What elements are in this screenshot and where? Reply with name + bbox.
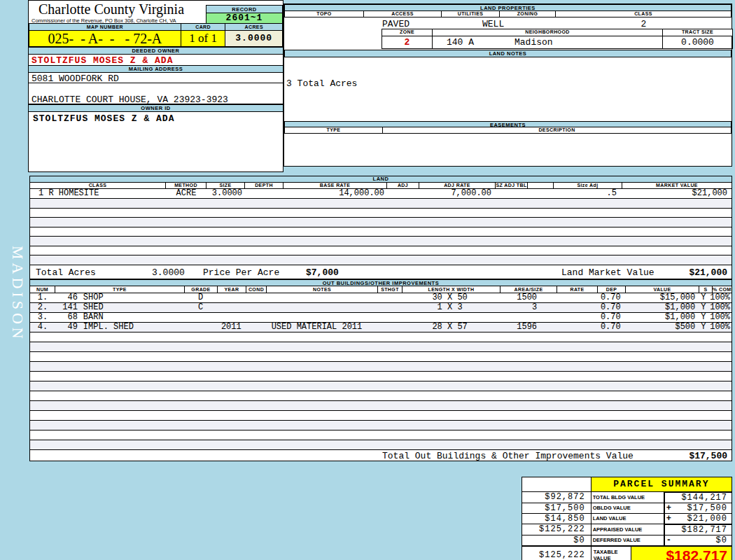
land-notes-title: LAND NOTES <box>284 50 732 57</box>
ob-grade: C <box>184 303 217 312</box>
ob-lxw <box>401 313 498 322</box>
taxable-value-amount: $182,717 <box>631 547 732 560</box>
record-box: RECORD 2601~1 <box>206 5 283 24</box>
map-value-row: 025- - A- - - 72-A 1 of 1 3.0000 <box>29 30 283 47</box>
parcel-summary-row: $17,500 OBLDG VALUE +$17,500 <box>522 503 732 513</box>
empty-land-row <box>30 199 732 209</box>
ob-type-name: IMPL. SHED <box>78 323 134 332</box>
empty-outbuilding-row <box>30 332 732 342</box>
ob-col-sthgt: STHGT <box>378 286 402 293</box>
utilities-value: WELL <box>482 19 504 29</box>
ob-type-name: SHOP <box>78 293 104 302</box>
ps-left-value: $125,222 <box>522 524 592 536</box>
ob-col-value: VALUE <box>626 286 699 293</box>
ob-year <box>217 313 246 322</box>
ps-sign: + <box>666 503 671 513</box>
outbuilding-row: 3. 68BARN 0.70 $1,000 Y 100% <box>30 313 732 323</box>
ob-rate <box>555 323 596 332</box>
access-value: PAVED <box>382 19 410 29</box>
empty-land-row <box>30 209 732 218</box>
ob-s: Y <box>696 323 710 332</box>
ob-sthgt <box>377 303 401 312</box>
land-col-class: CLASS <box>30 183 166 188</box>
ob-area: 1500 <box>498 293 555 302</box>
land-col-adj: ADJ <box>387 183 419 188</box>
ob-notes: USED MATERIAL 2011 <box>266 323 377 332</box>
ob-rate <box>555 303 596 312</box>
land-col-sz-adj-tbl: SZ ADJ TBL <box>496 183 528 188</box>
ob-s: Y <box>696 313 710 322</box>
ps-value-cell: +$21,000 <box>664 513 732 524</box>
zone-value: 2 <box>382 36 433 48</box>
outbuilding-row: 1. 46SHOP D 30 X 50 1500 0.70 $15,000 Y … <box>30 293 732 303</box>
land-adj-rate: 7,000.00 <box>419 189 496 198</box>
ob-notes <box>266 293 377 302</box>
ob-type-name: SHED <box>78 303 104 312</box>
ob-dep: 0.70 <box>596 293 624 302</box>
ob-col-dep: DEP <box>598 286 626 293</box>
land-market-value-total: $21,000 <box>689 267 727 278</box>
zone-neighborhood-block: ZONE NEIGHBORHOOD TRACT SIZE 2 140 A Mad… <box>382 29 733 49</box>
ob-col-s: S <box>699 286 713 293</box>
ob-type-code: 68 <box>55 313 78 322</box>
ps-amount: $182,717 <box>665 525 732 535</box>
outbuildings-total-value: $17,500 <box>689 451 727 461</box>
ps-amount: $144,217 <box>665 493 732 503</box>
ob-rate <box>555 293 596 302</box>
county-header: Charlotte County Virginia Commissioner o… <box>29 1 283 24</box>
owner-panel: Charlotte County Virginia Commissioner o… <box>28 0 284 172</box>
ps-label: LAND VALUE <box>591 513 664 524</box>
ob-grade: D <box>184 293 217 302</box>
neighborhood-value: 140 A Madison <box>433 36 663 48</box>
ps-label: DEFERRED VALUE <box>591 535 664 546</box>
parcel-summary-row: $125,222 APPRAISED VALUE $182,717 <box>522 524 732 536</box>
zone-label: ZONE <box>382 29 433 36</box>
outbuilding-row: 2. 141SHED C 1 X 3 3 0.70 $1,000 Y 100% <box>30 303 732 313</box>
ps-sign: - <box>666 536 671 545</box>
ob-comp: 100% <box>710 303 732 312</box>
address-line-1: 5081 WOODFORK RD <box>29 73 283 83</box>
land-col-depth: DEPTH <box>245 183 284 188</box>
ps-sign: + <box>666 514 671 524</box>
price-per-acre-value: $7,000 <box>306 267 339 278</box>
ob-cond <box>246 293 266 302</box>
parcel-summary-row: $92,872 TOTAL BLDG VALUE $144,217 <box>522 492 732 503</box>
empty-outbuilding-row <box>30 352 732 362</box>
ob-value: $1,000 <box>624 303 697 312</box>
zoning-label: ZONING <box>500 11 556 17</box>
easements-header-row: TYPE DESCRIPTION <box>284 127 732 134</box>
land-base-rate: 14,000.00 <box>284 189 387 198</box>
empty-land-row <box>30 237 732 246</box>
easement-description-label: DESCRIPTION <box>383 127 731 133</box>
ob-notes <box>266 303 377 312</box>
ob-lxw: 30 X 50 <box>401 293 498 302</box>
land-note-text: 3 Total Acres <box>286 78 357 89</box>
empty-outbuilding-row <box>30 362 732 372</box>
ob-sthgt <box>377 323 401 332</box>
ob-comp: 100% <box>710 293 732 302</box>
empty-outbuilding-row <box>30 342 732 352</box>
ob-comp: 100% <box>710 323 732 332</box>
land-method: ACRE <box>166 189 206 198</box>
access-label: ACCESS <box>364 11 442 17</box>
topo-label: TOPO <box>285 11 364 17</box>
address-line-3: CHARLOTTE COURT HOUSE, VA 23923-3923 <box>29 94 283 104</box>
acres-label: ACRES <box>225 24 282 30</box>
land-sz-adj-tbl <box>496 189 528 198</box>
empty-outbuilding-row <box>30 382 732 391</box>
ps-left-value: $17,500 <box>522 503 592 513</box>
ob-num: 2. <box>30 303 55 312</box>
ob-rate <box>555 313 596 322</box>
land-properties-header-row: TOPO ACCESS UTILITIES ZONING CLASS <box>284 10 732 18</box>
neighborhood-watermark: MADISON <box>3 234 27 354</box>
land-depth <box>245 189 284 198</box>
empty-outbuilding-row <box>30 391 732 401</box>
ps-value-cell: +$17,500 <box>664 503 732 513</box>
empty-land-row <box>30 218 732 227</box>
ps-left-value: $125,222 <box>522 546 592 560</box>
total-acres-label: Total Acres <box>36 267 96 278</box>
ob-type: 46SHOP <box>55 293 184 302</box>
ob-s: Y <box>696 293 710 302</box>
ps-label: TOTAL BLDG VALUE <box>591 492 664 503</box>
ob-cond <box>246 313 266 322</box>
